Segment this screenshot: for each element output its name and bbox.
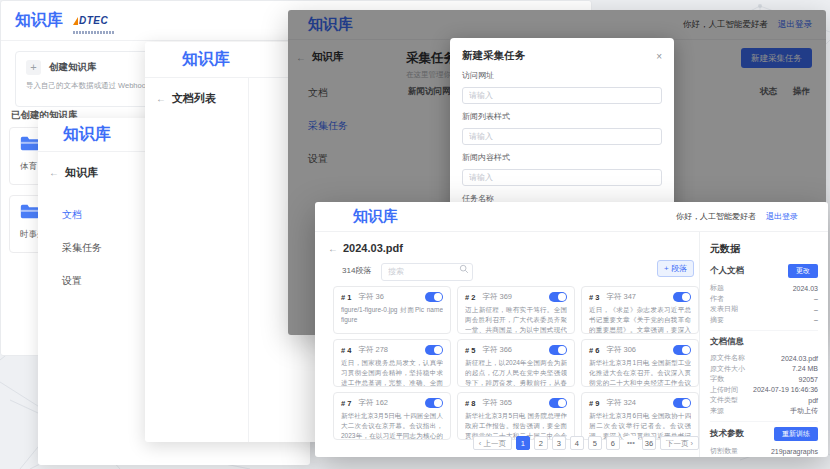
- back-arrow-icon[interactable]: [49, 167, 59, 178]
- meta-key: 发表日期: [710, 304, 738, 314]
- doc-type-label: 个人文档: [710, 265, 744, 277]
- prev-page-button[interactable]: ‹ 上一页: [473, 436, 512, 450]
- card-text: 近日，《求是》杂志发表习近平总书记重要文章《关于党的自我革命的重要思想》。文章强…: [589, 305, 691, 334]
- enable-toggle[interactable]: [425, 292, 443, 302]
- page-number-1[interactable]: 1: [516, 436, 530, 450]
- meta-value: 92057: [799, 376, 818, 383]
- card-number: # 5: [465, 346, 475, 355]
- modal-title: 新建采集任务: [462, 49, 525, 63]
- paragraph-card[interactable]: # 1字符 36figure/1-figure-0.jpg 封面Pic name…: [333, 286, 451, 334]
- field-url-label: 访问网址: [462, 70, 662, 81]
- meta-key: 原文件大小: [710, 364, 745, 374]
- enable-toggle[interactable]: [673, 345, 691, 355]
- enable-toggle[interactable]: [425, 345, 443, 355]
- paragraph-card[interactable]: # 6字符 306新华社北京3月1日电 全国新型工业化推进大会在京召开。会议深入…: [581, 339, 699, 387]
- card-char-count: 字符 162: [358, 398, 388, 408]
- paragraph-card[interactable]: # 9字符 324新华社北京3月6日电 全国政协十四届二次会议举行记者会。会议强…: [581, 392, 699, 440]
- dtec-logo: DTEC: [73, 16, 108, 25]
- change-type-button[interactable]: 更改: [788, 264, 818, 278]
- page-number-3[interactable]: 3: [552, 436, 566, 450]
- meta-value: 手动上传: [790, 406, 818, 416]
- window-document-detail: 知识库 你好，人工智能爱好者 退出登录 2024.03.pdf 314段落 + …: [315, 202, 828, 457]
- field-url-input[interactable]: [462, 87, 662, 104]
- card-number: # 8: [465, 399, 475, 408]
- folder-icon: [20, 136, 40, 151]
- meta-key: 文件类型: [710, 395, 738, 405]
- app-logo-text: 知识库: [15, 10, 63, 31]
- page-ellipsis[interactable]: •••: [624, 436, 638, 450]
- field-url: 访问网址: [462, 70, 662, 104]
- field-list-style-input[interactable]: [462, 128, 662, 145]
- meta-key: 作者: [710, 294, 724, 304]
- paragraph-count: 314段落: [342, 265, 371, 276]
- search-icon: [459, 264, 469, 274]
- plus-icon: +: [26, 60, 41, 75]
- meta-key: 上传时间: [710, 385, 738, 395]
- enable-toggle[interactable]: [673, 398, 691, 408]
- card-char-count: 字符 365: [482, 398, 512, 408]
- card-number: # 7: [341, 399, 351, 408]
- meta-key: 摘要: [710, 315, 724, 325]
- app-logo-text: 知识库: [63, 124, 111, 145]
- file-info-section-title: 文档信息: [710, 336, 744, 348]
- section-divider: [710, 325, 818, 331]
- card-char-count: 字符 324: [606, 398, 636, 408]
- paragraph-card[interactable]: # 4字符 278近日，国家税务总局发文，认真学习贯彻全国两会精神，坚持稳中求进…: [333, 339, 451, 387]
- meta-value: –: [814, 316, 818, 323]
- enable-toggle[interactable]: [549, 398, 567, 408]
- card-number: # 3: [589, 293, 599, 302]
- next-page-button[interactable]: 下一页 ›: [660, 436, 699, 450]
- meta-key: 来源: [710, 406, 724, 416]
- page-number-4[interactable]: 4: [570, 436, 584, 450]
- close-icon[interactable]: ×: [656, 51, 662, 62]
- kb-back-label: 知识库: [65, 165, 98, 180]
- section-divider: [710, 416, 818, 422]
- field-list-style-label: 新闻列表样式: [462, 111, 662, 122]
- enable-toggle[interactable]: [549, 292, 567, 302]
- document-title: 2024.03.pdf: [343, 242, 403, 254]
- metadata-panel: 元数据 个人文档 更改 标题2024.03 作者– 发表日期– 摘要– 文档信息…: [699, 232, 828, 457]
- paragraph-card[interactable]: # 8字符 365新华社北京3月5日电 国务院总理作政府工作报告。报告强调，要全…: [457, 392, 575, 440]
- card-text: 新征程上，以2024年全国两会为新的起点，亿万人民在党中央坚强领导下，踔厉奋发、…: [465, 358, 567, 387]
- meta-value: 2024.03.pdf: [781, 355, 818, 362]
- metadata-title: 元数据: [710, 242, 818, 256]
- page-number-last[interactable]: 36: [642, 436, 656, 450]
- add-paragraph-button[interactable]: + 段落: [657, 260, 694, 277]
- paragraph-card-grid: # 1字符 36figure/1-figure-0.jpg 封面Pic name…: [333, 286, 699, 440]
- paragraph-card[interactable]: # 2字符 369迈上新征程，唯有实干笃行。全国两会胜利召开，广大代表委员齐聚一…: [457, 286, 575, 334]
- paragraph-card[interactable]: # 5字符 366新征程上，以2024年全国两会为新的起点，亿万人民在党中央坚强…: [457, 339, 575, 387]
- card-char-count: 字符 278: [358, 345, 388, 355]
- paragraph-card[interactable]: # 7字符 162新华社北京3月5日电 十四届全国人大二次会议在京开幕。会议指出…: [333, 392, 451, 440]
- back-arrow-icon[interactable]: [156, 93, 166, 104]
- user-greeting: 你好，人工智能爱好者: [676, 211, 756, 222]
- logout-link[interactable]: 退出登录: [766, 211, 798, 222]
- page-number-2[interactable]: 2: [534, 436, 548, 450]
- meta-key: 字数: [710, 374, 724, 384]
- meta-value: 7.24 MB: [792, 365, 818, 372]
- card-number: # 1: [341, 293, 351, 302]
- paragraph-card[interactable]: # 3字符 347近日，《求是》杂志发表习近平总书记重要文章《关于党的自我革命的…: [581, 286, 699, 334]
- dtec-logo-text: DTEC: [79, 16, 108, 25]
- page-number-6[interactable]: 6: [606, 436, 620, 450]
- card-char-count: 字符 366: [482, 345, 512, 355]
- tech-section-title: 技术参数: [710, 428, 744, 440]
- back-arrow-icon[interactable]: [328, 243, 338, 254]
- page-number-5[interactable]: 5: [588, 436, 602, 450]
- meta-value: 219paragraphs: [771, 448, 818, 455]
- enable-toggle[interactable]: [673, 292, 691, 302]
- meta-value: 2024.03: [793, 285, 818, 292]
- enable-toggle[interactable]: [549, 345, 567, 355]
- doc-header: 知识库 你好，人工智能爱好者 退出登录: [315, 202, 828, 232]
- meta-key: 原文件名称: [710, 353, 745, 363]
- meta-value: –: [814, 295, 818, 302]
- card-char-count: 字符 347: [606, 292, 636, 302]
- retrain-button[interactable]: 重新训练: [774, 427, 818, 441]
- card-char-count: 字符 369: [482, 292, 512, 302]
- enable-toggle[interactable]: [425, 398, 443, 408]
- card-number: # 9: [589, 399, 599, 408]
- field-content-style-input[interactable]: [462, 169, 662, 186]
- field-content-style: 新闻内容样式: [462, 152, 662, 186]
- pagination: ‹ 上一页 1 2 3 4 5 6 ••• 36 下一页 ›: [333, 436, 699, 450]
- card-text: 新华社北京3月1日电 全国新型工业化推进大会在京召开。会议深入贯彻党的二十大和中…: [589, 358, 691, 387]
- folder-icon: [20, 204, 40, 219]
